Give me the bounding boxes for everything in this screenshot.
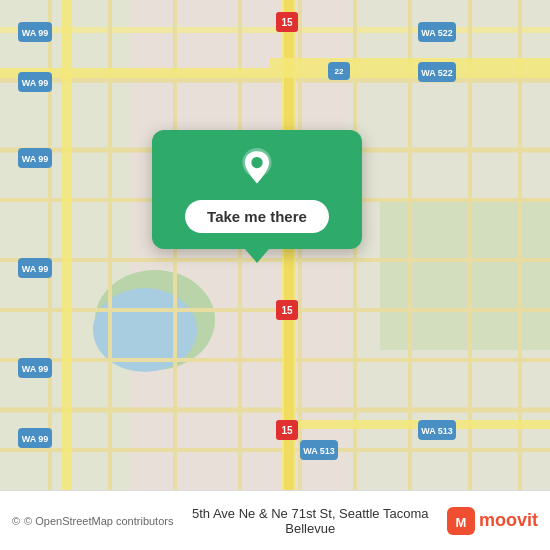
svg-text:M: M (456, 515, 467, 530)
svg-rect-28 (270, 58, 550, 68)
moovit-logo: M moovit (447, 507, 538, 535)
copyright-label: © OpenStreetMap contributors (24, 515, 173, 527)
copyright-symbol: © (12, 515, 20, 527)
svg-point-62 (251, 157, 262, 168)
svg-text:WA 99: WA 99 (22, 28, 49, 38)
svg-text:WA 99: WA 99 (22, 364, 49, 374)
svg-rect-4 (380, 200, 550, 350)
moovit-text: moovit (479, 510, 538, 531)
svg-rect-29 (280, 420, 550, 429)
address-label: 5th Ave Ne & Ne 71st St, Seattle Tacoma … (181, 506, 439, 536)
svg-text:WA 513: WA 513 (421, 426, 453, 436)
bottom-bar: © © OpenStreetMap contributors 5th Ave N… (0, 490, 550, 550)
svg-text:WA 99: WA 99 (22, 78, 49, 88)
svg-text:WA 99: WA 99 (22, 264, 49, 274)
svg-text:22: 22 (335, 67, 344, 76)
svg-text:WA 522: WA 522 (421, 28, 453, 38)
svg-rect-27 (0, 68, 550, 78)
copyright-text: © © OpenStreetMap contributors (12, 515, 173, 527)
location-pin-icon (236, 148, 278, 190)
map-container: WA 99 WA 99 WA 99 WA 99 WA 99 WA 99 15 1… (0, 0, 550, 490)
svg-text:15: 15 (281, 305, 293, 316)
svg-text:WA 99: WA 99 (22, 154, 49, 164)
svg-text:WA 513: WA 513 (303, 446, 335, 456)
svg-text:15: 15 (281, 17, 293, 28)
svg-text:WA 99: WA 99 (22, 434, 49, 444)
svg-text:15: 15 (281, 425, 293, 436)
take-me-there-button[interactable]: Take me there (185, 200, 329, 233)
moovit-icon: M (447, 507, 475, 535)
svg-text:WA 522: WA 522 (421, 68, 453, 78)
location-tooltip: Take me there (152, 130, 362, 249)
